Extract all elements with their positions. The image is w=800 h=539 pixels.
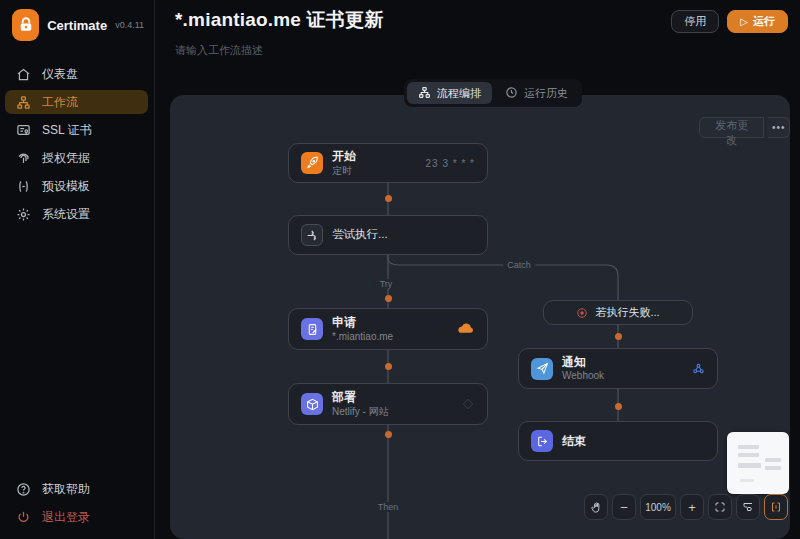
play-icon: ▷	[740, 16, 748, 27]
sidebar-item-dashboard[interactable]: 仪表盘	[5, 62, 148, 86]
run-button[interactable]: ▷ 运行	[727, 10, 788, 33]
minimap[interactable]	[727, 432, 789, 494]
certimate-app: Certimate v0.4.11 仪表盘 工作流 SSL 证书	[0, 0, 800, 539]
credentials-icon	[15, 150, 31, 166]
sidebar-item-label: 系统设置	[42, 206, 90, 223]
node-apply[interactable]: 申请 *.miantiao.me	[288, 308, 488, 350]
sidebar-item-label: 仪表盘	[42, 66, 78, 83]
template-icon	[15, 178, 31, 194]
lock-icon	[12, 9, 39, 41]
node-title: 部署	[332, 390, 389, 404]
add-node-dot[interactable]	[385, 295, 392, 302]
dashboard-icon	[15, 66, 31, 82]
sidebar-item-label: SSL 证书	[42, 122, 92, 139]
add-node-dot[interactable]	[385, 195, 392, 202]
flow-icon	[418, 86, 431, 101]
node-title: 开始	[332, 149, 356, 163]
sidebar-item-label: 预设模板	[42, 178, 90, 195]
minimap-node	[738, 445, 759, 449]
pan-hand-button[interactable]	[584, 494, 608, 520]
minimap-node	[738, 453, 759, 457]
node-subtitle: Webhook	[562, 370, 604, 382]
branch-label-try: Try	[376, 279, 397, 289]
minimap-toggle-icon	[770, 501, 782, 513]
add-node-dot[interactable]	[615, 403, 622, 410]
app-logo-row: Certimate v0.4.11	[0, 0, 154, 41]
add-node-dot[interactable]	[615, 333, 622, 340]
fit-view-icon	[714, 501, 726, 513]
canvas-tabbar: 流程编排 运行历史	[404, 79, 582, 107]
publish-row: 发布更改 •••	[699, 117, 790, 138]
sidebar-item-settings[interactable]: 系统设置	[5, 202, 148, 226]
tab-label: 流程编排	[437, 86, 481, 101]
node-subtitle: Netlify - 网站	[332, 406, 389, 418]
sidebar-item-label: 获取帮助	[42, 481, 90, 498]
app-version: v0.4.11	[115, 20, 144, 30]
tab-flow-editor[interactable]: 流程编排	[407, 82, 492, 104]
settings-icon	[15, 206, 31, 222]
add-node-dot[interactable]	[385, 431, 392, 438]
sidebar-item-logout[interactable]: 退出登录	[5, 505, 148, 529]
certificate-icon	[15, 122, 31, 138]
node-notify[interactable]: 通知 Webhook	[518, 348, 718, 389]
logout-icon	[15, 509, 31, 525]
tab-run-history[interactable]: 运行历史	[494, 82, 579, 104]
node-on-failure[interactable]: 若执行失败...	[543, 300, 693, 325]
zoom-in-button[interactable]: +	[680, 494, 704, 520]
node-title: 结束	[562, 434, 586, 448]
minimap-node	[765, 458, 781, 462]
app-name: Certimate	[47, 18, 107, 33]
sidebar-item-templates[interactable]: 预设模板	[5, 174, 148, 198]
branch-label-catch: Catch	[503, 260, 535, 270]
minimap-node	[765, 466, 781, 470]
hand-icon	[590, 501, 603, 514]
zoom-level-button[interactable]: 100%	[640, 494, 676, 520]
sidebar-item-ssl-certificates[interactable]: SSL 证书	[5, 118, 148, 142]
paper-plane-icon	[531, 358, 553, 380]
auto-layout-icon	[742, 501, 754, 513]
fit-view-button[interactable]	[708, 494, 732, 520]
node-deploy[interactable]: 部署 Netlify - 网站	[288, 383, 488, 425]
sidebar-nav: 仪表盘 工作流 SSL 证书 授权凭据	[5, 62, 148, 230]
sidebar-item-help[interactable]: 获取帮助	[5, 477, 148, 501]
node-end[interactable]: 结束	[518, 421, 718, 461]
publish-changes-button[interactable]: 发布更改	[699, 117, 764, 138]
history-icon	[505, 86, 518, 101]
plus-icon: +	[688, 500, 696, 515]
auto-layout-button[interactable]	[736, 494, 760, 520]
page-title: *.miantiao.me 证书更新	[175, 7, 383, 33]
add-node-dot[interactable]	[385, 363, 392, 370]
canvas-controls: − 100% +	[584, 494, 788, 520]
header-buttons: 停用 ▷ 运行	[671, 10, 788, 33]
record-icon	[576, 307, 588, 319]
node-start[interactable]: 开始 定时 23 3 * * *	[288, 143, 488, 183]
node-title: 尝试执行...	[332, 228, 388, 242]
more-options-button[interactable]: •••	[768, 117, 790, 138]
sidebar-footer: 获取帮助 退出登录	[5, 477, 148, 533]
node-subtitle: *.miantiao.me	[332, 331, 393, 343]
node-subtitle: 定时	[332, 165, 356, 177]
workflow-icon	[15, 94, 31, 110]
run-button-label: 运行	[753, 14, 775, 29]
rocket-icon	[301, 152, 323, 174]
workflow-canvas[interactable]: 发布更改 ••• Try Catch Then	[170, 95, 790, 539]
node-title: 若执行失败...	[595, 306, 659, 319]
sidebar-item-credentials[interactable]: 授权凭据	[5, 146, 148, 170]
minimap-node	[738, 463, 761, 468]
sidebar-item-label: 工作流	[42, 94, 78, 111]
branch-label-then: Then	[374, 502, 403, 512]
zoom-out-button[interactable]: −	[612, 494, 636, 520]
workflow-description-input[interactable]: 请输入工作流描述	[175, 43, 263, 58]
help-icon	[15, 481, 31, 497]
scroll-pen-icon	[301, 318, 323, 340]
webhook-icon	[692, 362, 705, 375]
minus-icon: −	[620, 500, 628, 515]
node-cron-expression: 23 3 * * *	[426, 158, 475, 169]
node-title: 申请	[332, 315, 393, 329]
exit-icon	[531, 430, 553, 452]
minimap-toggle-button[interactable]	[764, 494, 788, 520]
node-try-block[interactable]: 尝试执行...	[288, 215, 488, 255]
split-icon	[301, 224, 323, 246]
disable-button[interactable]: 停用	[671, 10, 719, 33]
sidebar-item-workflows[interactable]: 工作流	[5, 90, 148, 114]
